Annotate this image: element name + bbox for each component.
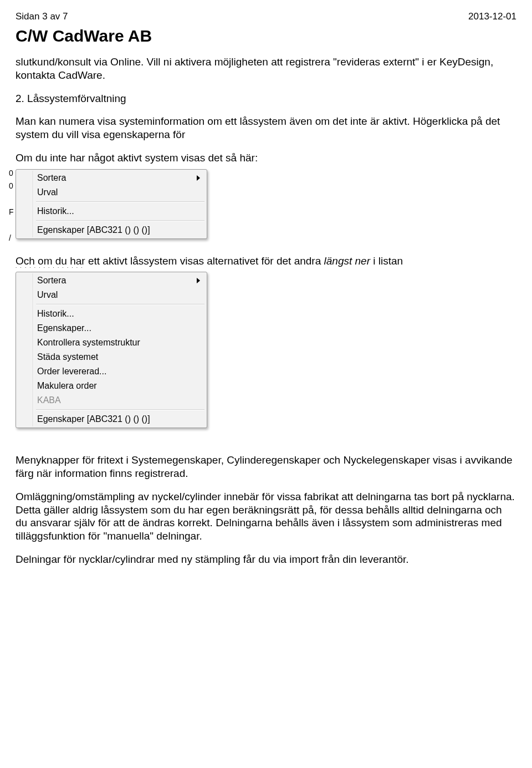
page-date: 2013-12-01 bbox=[468, 11, 516, 22]
menu-item[interactable]: Sortera bbox=[17, 273, 206, 288]
menu-item-label: KABA bbox=[37, 395, 61, 405]
top-dot-row: · · · · · · · · · · · · · · · bbox=[16, 265, 83, 270]
left-cutoff: 00 F / bbox=[9, 169, 16, 242]
menu-separator bbox=[36, 220, 204, 221]
menu-item[interactable]: Order levererad... bbox=[17, 364, 206, 379]
paragraph-7: Delningar för nycklar/cylindrar med ny s… bbox=[16, 553, 516, 566]
menu-item-label: Order levererad... bbox=[37, 367, 106, 377]
menu-item-label: Historik... bbox=[37, 206, 74, 216]
menu-item-label: Sortera bbox=[37, 173, 66, 183]
submenu-arrow-icon bbox=[197, 175, 200, 181]
menu-item-label: Urval bbox=[37, 290, 58, 300]
paragraph-2b: Om du inte har något aktivt system visas… bbox=[16, 151, 516, 165]
paragraph-intro: slutkund/konsult via Online. Vill ni akt… bbox=[16, 55, 516, 82]
page-number: Sidan 3 av 7 bbox=[16, 11, 68, 22]
menu-item-label: Historik... bbox=[37, 309, 74, 319]
menu-item[interactable]: Historik... bbox=[17, 307, 206, 321]
menu-item-label: Kontrollera systemstruktur bbox=[37, 338, 140, 348]
menu-item-label: Makulera order bbox=[37, 381, 97, 391]
menu-item[interactable]: Historik... bbox=[17, 204, 206, 218]
menu-item[interactable]: Sortera bbox=[17, 171, 206, 185]
menu-item[interactable]: Kontrollera systemstruktur bbox=[17, 335, 206, 350]
context-menu-short-wrap: 00 F / SorteraUrvalHistorik...Egenskaper… bbox=[16, 169, 207, 239]
menu-item-label: Egenskaper... bbox=[37, 323, 91, 333]
menu-item[interactable]: Egenskaper [ABC321 () () ()] bbox=[17, 223, 206, 237]
paragraph-2a: Man kan numera visa systeminformation om… bbox=[16, 115, 516, 141]
menu-separator bbox=[36, 409, 204, 410]
menu-item-label: Sortera bbox=[37, 276, 66, 286]
context-menu-long-wrap: · · · · · · · · · · · · · · · SorteraUrv… bbox=[16, 272, 207, 428]
paragraph-3: Och om du har ett aktivt låssystem visas… bbox=[16, 255, 516, 268]
menu-item-label: Egenskaper [ABC321 () () ()] bbox=[37, 225, 150, 235]
p3-italic: längst ner bbox=[324, 255, 370, 267]
section-heading-2: 2. Låssystemförvaltning bbox=[16, 92, 516, 105]
submenu-arrow-icon bbox=[197, 278, 200, 283]
page-header: Sidan 3 av 7 2013-12-01 bbox=[16, 11, 516, 22]
menu-item-label: Urval bbox=[37, 187, 58, 197]
menu-item-label: Städa systemet bbox=[37, 352, 98, 362]
context-menu-short[interactable]: SorteraUrvalHistorik...Egenskaper [ABC32… bbox=[16, 169, 207, 239]
menu-item[interactable]: Urval bbox=[17, 185, 206, 200]
menu-separator bbox=[36, 304, 204, 305]
context-menu-long[interactable]: SorteraUrvalHistorik...Egenskaper...Kont… bbox=[16, 272, 207, 428]
paragraph-4: Menyknapper för fritext i Systemegenskap… bbox=[16, 454, 516, 480]
menu-item[interactable]: Egenskaper... bbox=[17, 321, 206, 335]
menu-item[interactable]: Egenskaper [ABC321 () () ()] bbox=[17, 412, 206, 426]
company-title: C/W CadWare AB bbox=[16, 27, 516, 45]
p3-post: i listan bbox=[370, 255, 403, 267]
menu-item[interactable]: Urval bbox=[17, 288, 206, 302]
menu-separator bbox=[36, 201, 204, 202]
paragraph-5: Omläggning/omstämpling av nyckel/cylinde… bbox=[16, 490, 516, 503]
menu-item-label: Egenskaper [ABC321 () () ()] bbox=[37, 414, 150, 424]
menu-item[interactable]: Städa systemet bbox=[17, 350, 206, 364]
menu-item[interactable]: Makulera order bbox=[17, 379, 206, 393]
page: Sidan 3 av 7 2013-12-01 C/W CadWare AB s… bbox=[0, 0, 532, 598]
paragraph-6: Detta gäller aldrig låssystem som du har… bbox=[16, 503, 516, 543]
menu-item: KABA bbox=[17, 393, 206, 408]
